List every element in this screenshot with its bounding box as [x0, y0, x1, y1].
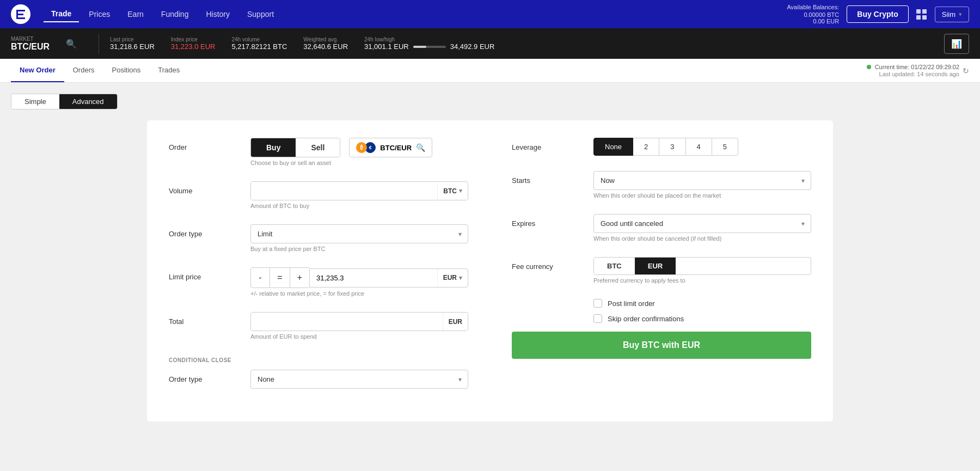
- sub-nav-links: New Order Orders Positions Trades: [11, 59, 867, 82]
- nav-funding[interactable]: Funding: [154, 7, 197, 22]
- fee-currency-row: Fee currency BTC EUR Preferred currency …: [512, 257, 811, 284]
- fee-hint: Preferred currency to apply fees to: [593, 277, 811, 284]
- sub-navigation: New Order Orders Positions Trades Curren…: [0, 59, 980, 83]
- chart-button[interactable]: 📊: [944, 34, 969, 54]
- buy-sell-buttons: Buy Sell: [250, 138, 340, 157]
- tab-orders[interactable]: Orders: [64, 59, 103, 82]
- asset-name: BTC/EUR: [380, 144, 412, 152]
- checkboxes-section: Post limit order Skip order confirmation…: [593, 299, 811, 323]
- logo[interactable]: [11, 4, 30, 24]
- limit-minus-button[interactable]: -: [250, 267, 270, 288]
- cond-order-select-wrapper: None Stop Loss Take Profit ▾: [250, 370, 468, 389]
- order-hint: Choose to buy or sell an asset: [250, 160, 468, 166]
- cond-order-type-select[interactable]: None Stop Loss Take Profit: [250, 370, 468, 389]
- starts-hint: When this order should be placed on the …: [593, 192, 811, 199]
- leverage-3[interactable]: 3: [659, 138, 685, 156]
- total-currency: EUR: [443, 313, 468, 331]
- leverage-none[interactable]: None: [593, 138, 633, 156]
- limit-price-input[interactable]: [310, 269, 437, 287]
- current-time: Current time: 01/22/22 09:29:02: [867, 64, 959, 70]
- last-price-label: Last price: [110, 36, 155, 42]
- right-column: Leverage None 2 3 4 5 Starts: [512, 138, 811, 404]
- starts-select[interactable]: Now Scheduled: [593, 171, 811, 190]
- volume-input-group: BTC ▾: [250, 181, 468, 200]
- limit-currency[interactable]: EUR ▾: [437, 269, 468, 286]
- volume-control: BTC ▾ Amount of BTC to buy: [250, 181, 468, 209]
- top-navigation: Trade Prices Earn Funding History Suppor…: [0, 0, 980, 28]
- asset-icons: ₿ €: [356, 142, 376, 153]
- cond-order-type-control: None Stop Loss Take Profit ▾: [250, 370, 468, 389]
- limit-eq-button[interactable]: =: [270, 267, 290, 288]
- post-limit-label: Post limit order: [608, 299, 655, 308]
- volume-chevron-icon: ▾: [459, 187, 462, 194]
- nav-prices[interactable]: Prices: [81, 7, 118, 22]
- lowhigh-stat: 24h low/high 31,001.1 EUR 34,492.9 EUR: [364, 36, 494, 51]
- order-type-select[interactable]: Limit Market Stop: [250, 224, 468, 243]
- fee-btc-button[interactable]: BTC: [594, 258, 635, 274]
- skip-confirm-checkbox[interactable]: [593, 314, 602, 323]
- expires-row: Expires Good until canceled Good until d…: [512, 214, 811, 242]
- volume-hint: Amount of BTC to buy: [250, 203, 468, 209]
- submit-section: Buy BTC with EUR: [512, 332, 811, 359]
- fee-eur-button[interactable]: EUR: [635, 258, 676, 274]
- asset-selector[interactable]: ₿ € BTC/EUR 🔍: [349, 138, 432, 157]
- starts-control: Now Scheduled ▾ When this order should b…: [593, 171, 811, 199]
- limit-currency-label: EUR: [443, 274, 457, 282]
- advanced-tab[interactable]: Advanced: [59, 94, 117, 109]
- expires-select[interactable]: Good until canceled Good until date Imme…: [593, 214, 811, 233]
- market-label: Market: [11, 36, 50, 42]
- weighted-value: 32,640.6 EUR: [303, 42, 348, 51]
- sell-button[interactable]: Sell: [296, 138, 340, 157]
- nav-history[interactable]: History: [198, 7, 237, 22]
- market-pair: BTC/EUR: [11, 42, 50, 52]
- post-limit-checkbox[interactable]: [593, 299, 602, 308]
- conditional-close-label: CONDITIONAL CLOSE: [169, 355, 468, 363]
- nav-trade[interactable]: Trade: [44, 6, 79, 22]
- refresh-icon[interactable]: ↻: [963, 66, 969, 75]
- leverage-4[interactable]: 4: [685, 138, 712, 156]
- tab-new-order[interactable]: New Order: [11, 59, 64, 82]
- cond-order-type-row: Order type None Stop Loss Take Profit ▾: [169, 370, 468, 389]
- nav-right: Available Balances: 0.00000 BTC 0.00 EUR…: [787, 4, 969, 25]
- grid-icon[interactable]: [916, 9, 927, 20]
- user-menu-button[interactable]: Siim ▾: [935, 7, 969, 22]
- order-control: Buy Sell ₿ € BTC/EUR 🔍: [250, 138, 468, 166]
- leverage-row: Leverage None 2 3 4 5: [512, 138, 811, 156]
- current-time-value: Current time: 01/22/22 09:29:02: [875, 64, 959, 70]
- leverage-2[interactable]: 2: [633, 138, 659, 156]
- total-hint: Amount of EUR to spend: [250, 333, 468, 340]
- fee-currency-label: Fee currency: [512, 257, 583, 271]
- buy-button[interactable]: Buy: [251, 138, 296, 157]
- simple-tab[interactable]: Simple: [11, 94, 59, 109]
- limit-price-input-row: - = + EUR ▾: [250, 267, 468, 288]
- buy-crypto-button[interactable]: Buy Crypto: [847, 5, 908, 23]
- lowhigh-fill: [413, 46, 426, 48]
- user-name: Siim: [942, 10, 955, 19]
- tab-trades[interactable]: Trades: [149, 59, 188, 82]
- limit-plus-button[interactable]: +: [290, 267, 309, 288]
- order-label: Order: [169, 138, 240, 151]
- order-type-hint: Buy at a fixed price per BTC: [250, 246, 468, 252]
- nav-earn[interactable]: Earn: [120, 7, 151, 22]
- total-input[interactable]: [251, 313, 443, 331]
- total-row: Total EUR Amount of EUR to spend: [169, 312, 468, 340]
- limit-price-control: - = + EUR ▾ +/- relative to ma: [250, 267, 468, 297]
- search-icon[interactable]: 🔍: [66, 39, 77, 49]
- fee-currency-control: BTC EUR Preferred currency to apply fees…: [593, 257, 811, 284]
- volume-label: 24h volume: [231, 36, 287, 42]
- left-column: Order Buy Sell ₿ €: [169, 138, 468, 404]
- weighted-stat: Weighted avg. 32,640.6 EUR: [303, 36, 348, 51]
- form-grid: Order Buy Sell ₿ €: [169, 138, 811, 404]
- leverage-label: Leverage: [512, 138, 583, 151]
- submit-buy-button[interactable]: Buy BTC with EUR: [512, 332, 811, 359]
- balances-title: Available Balances:: [787, 4, 839, 10]
- order-form-card: Order Buy Sell ₿ €: [147, 120, 833, 421]
- volume-input[interactable]: [251, 182, 437, 200]
- tab-positions[interactable]: Positions: [103, 59, 149, 82]
- leverage-5[interactable]: 5: [712, 138, 738, 156]
- time-info: Current time: 01/22/22 09:29:02 Last upd…: [867, 64, 969, 77]
- nav-support[interactable]: Support: [240, 7, 281, 22]
- leverage-buttons: None 2 3 4 5: [593, 138, 811, 156]
- volume-label: Volume: [169, 181, 240, 195]
- volume-currency[interactable]: BTC ▾: [437, 182, 468, 200]
